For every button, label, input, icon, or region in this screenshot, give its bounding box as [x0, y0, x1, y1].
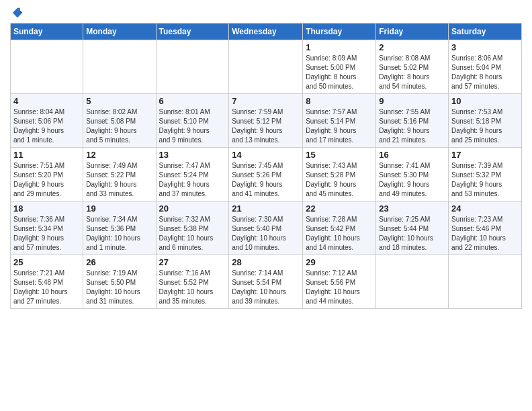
- day-info: Sunrise: 7:53 AMSunset: 5:18 PMDaylight:…: [451, 107, 519, 145]
- day-number: 12: [86, 150, 152, 160]
- calendar-cell: 21Sunrise: 7:30 AMSunset: 5:40 PMDayligh…: [229, 201, 303, 255]
- calendar-row: 25Sunrise: 7:21 AMSunset: 5:48 PMDayligh…: [11, 255, 522, 309]
- calendar-cell: 17Sunrise: 7:39 AMSunset: 5:32 PMDayligh…: [449, 148, 522, 201]
- day-info: Sunrise: 8:08 AMSunset: 5:02 PMDaylight:…: [379, 54, 445, 91]
- day-number: 3: [451, 42, 519, 52]
- day-number: 19: [86, 203, 152, 214]
- calendar-cell: 15Sunrise: 7:43 AMSunset: 5:28 PMDayligh…: [303, 148, 376, 201]
- calendar-cell: 4Sunrise: 8:04 AMSunset: 5:06 PMDaylight…: [11, 94, 83, 148]
- calendar-row: 4Sunrise: 8:04 AMSunset: 5:06 PMDaylight…: [11, 94, 522, 148]
- calendar-cell: 14Sunrise: 7:45 AMSunset: 5:26 PMDayligh…: [229, 148, 303, 201]
- calendar-cell: 3Sunrise: 8:06 AMSunset: 5:04 PMDaylight…: [449, 40, 522, 94]
- calendar-cell: 2Sunrise: 8:08 AMSunset: 5:02 PMDaylight…: [376, 40, 449, 94]
- day-info: Sunrise: 7:51 AMSunset: 5:20 PMDaylight:…: [13, 161, 80, 199]
- calendar-cell: [11, 40, 83, 94]
- calendar-cell: 5Sunrise: 8:02 AMSunset: 5:08 PMDaylight…: [83, 94, 156, 148]
- day-info: Sunrise: 7:49 AMSunset: 5:22 PMDaylight:…: [86, 161, 152, 199]
- weekday-header: Saturday: [449, 24, 522, 40]
- day-number: 21: [232, 203, 300, 214]
- calendar-cell: 20Sunrise: 7:32 AMSunset: 5:38 PMDayligh…: [156, 201, 229, 255]
- day-info: Sunrise: 7:34 AMSunset: 5:36 PMDaylight:…: [86, 215, 152, 253]
- day-info: Sunrise: 7:28 AMSunset: 5:42 PMDaylight:…: [306, 215, 373, 253]
- day-info: Sunrise: 8:01 AMSunset: 5:10 PMDaylight:…: [159, 107, 226, 145]
- weekday-header: Friday: [376, 24, 449, 40]
- day-number: 28: [232, 257, 300, 267]
- day-number: 29: [306, 257, 373, 267]
- day-info: Sunrise: 7:19 AMSunset: 5:50 PMDaylight:…: [86, 269, 152, 306]
- day-number: 15: [306, 150, 373, 160]
- day-number: 25: [13, 257, 80, 267]
- day-info: Sunrise: 7:23 AMSunset: 5:46 PMDaylight:…: [451, 215, 519, 253]
- calendar-cell: 29Sunrise: 7:12 AMSunset: 5:56 PMDayligh…: [303, 255, 376, 309]
- calendar-cell: [156, 40, 229, 94]
- day-info: Sunrise: 8:04 AMSunset: 5:06 PMDaylight:…: [13, 107, 80, 145]
- calendar-cell: [376, 255, 449, 309]
- day-info: Sunrise: 7:21 AMSunset: 5:48 PMDaylight:…: [13, 269, 80, 306]
- day-info: Sunrise: 7:36 AMSunset: 5:34 PMDaylight:…: [13, 215, 80, 253]
- day-number: 8: [306, 96, 373, 106]
- day-number: 2: [379, 42, 445, 52]
- day-number: 13: [159, 150, 226, 160]
- calendar-cell: 28Sunrise: 7:14 AMSunset: 5:54 PMDayligh…: [229, 255, 303, 309]
- day-number: 10: [451, 96, 519, 106]
- day-info: Sunrise: 7:45 AMSunset: 5:26 PMDaylight:…: [232, 161, 300, 199]
- day-info: Sunrise: 7:16 AMSunset: 5:52 PMDaylight:…: [159, 269, 226, 306]
- weekday-header: Monday: [83, 24, 156, 40]
- calendar-cell: [83, 40, 156, 94]
- weekday-header: Thursday: [303, 24, 376, 40]
- day-info: Sunrise: 7:32 AMSunset: 5:38 PMDaylight:…: [159, 215, 226, 253]
- day-info: Sunrise: 7:41 AMSunset: 5:30 PMDaylight:…: [379, 161, 445, 199]
- day-info: Sunrise: 7:59 AMSunset: 5:12 PMDaylight:…: [232, 107, 300, 145]
- calendar-cell: 23Sunrise: 7:25 AMSunset: 5:44 PMDayligh…: [376, 201, 449, 255]
- day-info: Sunrise: 8:02 AMSunset: 5:08 PMDaylight:…: [86, 107, 152, 145]
- calendar-row: 18Sunrise: 7:36 AMSunset: 5:34 PMDayligh…: [11, 201, 522, 255]
- logo-icon: [11, 7, 24, 19]
- weekday-header: Tuesday: [156, 24, 229, 40]
- day-info: Sunrise: 7:30 AMSunset: 5:40 PMDaylight:…: [232, 215, 300, 253]
- page-header: [10, 7, 522, 19]
- day-number: 23: [379, 203, 445, 214]
- day-info: Sunrise: 7:43 AMSunset: 5:28 PMDaylight:…: [306, 161, 373, 199]
- calendar-cell: [229, 40, 303, 94]
- day-number: 11: [13, 150, 80, 160]
- day-number: 14: [232, 150, 300, 160]
- day-info: Sunrise: 7:25 AMSunset: 5:44 PMDaylight:…: [379, 215, 445, 253]
- calendar-cell: 7Sunrise: 7:59 AMSunset: 5:12 PMDaylight…: [229, 94, 303, 148]
- day-number: 6: [159, 96, 226, 106]
- day-number: 18: [13, 203, 80, 214]
- calendar-cell: 25Sunrise: 7:21 AMSunset: 5:48 PMDayligh…: [11, 255, 83, 309]
- day-number: 27: [159, 257, 226, 267]
- day-number: 17: [451, 150, 519, 160]
- day-number: 20: [159, 203, 226, 214]
- day-number: 1: [306, 42, 373, 52]
- day-number: 7: [232, 96, 300, 106]
- calendar-cell: 24Sunrise: 7:23 AMSunset: 5:46 PMDayligh…: [449, 201, 522, 255]
- day-info: Sunrise: 8:09 AMSunset: 5:00 PMDaylight:…: [306, 54, 373, 91]
- calendar-cell: 19Sunrise: 7:34 AMSunset: 5:36 PMDayligh…: [83, 201, 156, 255]
- day-info: Sunrise: 7:12 AMSunset: 5:56 PMDaylight:…: [306, 269, 373, 306]
- day-number: 26: [86, 257, 152, 267]
- calendar-cell: 16Sunrise: 7:41 AMSunset: 5:30 PMDayligh…: [376, 148, 449, 201]
- calendar-header-row: SundayMondayTuesdayWednesdayThursdayFrid…: [11, 24, 522, 40]
- calendar-cell: 9Sunrise: 7:55 AMSunset: 5:16 PMDaylight…: [376, 94, 449, 148]
- logo: [10, 7, 24, 19]
- calendar-cell: 18Sunrise: 7:36 AMSunset: 5:34 PMDayligh…: [11, 201, 83, 255]
- day-info: Sunrise: 7:55 AMSunset: 5:16 PMDaylight:…: [379, 107, 445, 145]
- calendar-cell: 11Sunrise: 7:51 AMSunset: 5:20 PMDayligh…: [11, 148, 83, 201]
- day-number: 16: [379, 150, 445, 160]
- calendar-cell: 10Sunrise: 7:53 AMSunset: 5:18 PMDayligh…: [449, 94, 522, 148]
- day-number: 24: [451, 203, 519, 214]
- calendar-cell: 6Sunrise: 8:01 AMSunset: 5:10 PMDaylight…: [156, 94, 229, 148]
- calendar-cell: 12Sunrise: 7:49 AMSunset: 5:22 PMDayligh…: [83, 148, 156, 201]
- calendar-cell: [449, 255, 522, 309]
- calendar-body: 1Sunrise: 8:09 AMSunset: 5:00 PMDaylight…: [11, 40, 522, 309]
- weekday-header: Wednesday: [229, 24, 303, 40]
- day-number: 5: [86, 96, 152, 106]
- calendar-row: 11Sunrise: 7:51 AMSunset: 5:20 PMDayligh…: [11, 148, 522, 201]
- calendar-row: 1Sunrise: 8:09 AMSunset: 5:00 PMDaylight…: [11, 40, 522, 94]
- calendar-cell: 13Sunrise: 7:47 AMSunset: 5:24 PMDayligh…: [156, 148, 229, 201]
- calendar-cell: 8Sunrise: 7:57 AMSunset: 5:14 PMDaylight…: [303, 94, 376, 148]
- day-number: 9: [379, 96, 445, 106]
- day-number: 4: [13, 96, 80, 106]
- calendar: SundayMondayTuesdayWednesdayThursdayFrid…: [10, 23, 522, 309]
